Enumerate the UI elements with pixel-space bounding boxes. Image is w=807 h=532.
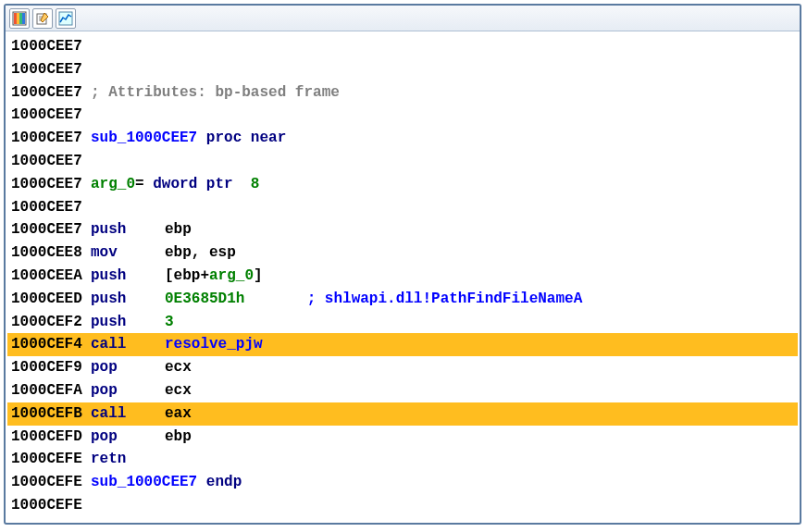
- asm-line[interactable]: 1000CEFDpop ebp: [7, 426, 798, 449]
- token-reg: ]: [254, 265, 263, 288]
- edit-note-icon[interactable]: [32, 8, 53, 29]
- token-reg: eax: [165, 402, 192, 426]
- token-mnem: pop: [91, 356, 165, 379]
- asm-line[interactable]: 1000CEE7: [7, 104, 798, 127]
- token-num: 0E3685D1h: [165, 288, 307, 311]
- svg-rect-1: [14, 13, 17, 24]
- address: 1000CEF2: [7, 311, 91, 334]
- address: 1000CEED: [7, 288, 91, 311]
- asm-line[interactable]: 1000CEFE: [7, 494, 798, 517]
- graph-icon[interactable]: [56, 8, 76, 29]
- asm-line[interactable]: 1000CEFApop ecx: [7, 379, 798, 402]
- asm-line[interactable]: 1000CEE7: [7, 150, 798, 173]
- token-sp: [197, 471, 206, 494]
- asm-line[interactable]: 1000CEE8mov ebp, esp: [7, 241, 798, 265]
- asm-line[interactable]: 1000CEFBcall eax: [7, 402, 798, 426]
- token-proc: resolve_pjw: [165, 333, 263, 356]
- token-num: 8: [251, 173, 260, 196]
- address: 1000CEE7: [7, 196, 91, 219]
- asm-line[interactable]: 1000CEFEretn: [7, 448, 798, 471]
- disassembly-listing[interactable]: 1000CEE71000CEE71000CEE7; Attributes: bp…: [6, 31, 800, 521]
- address: 1000CEFE: [7, 494, 91, 517]
- address: 1000CEE7: [7, 58, 91, 81]
- disassembly-window: 1000CEE71000CEE71000CEE7; Attributes: bp…: [4, 4, 801, 525]
- token-mnem: call: [91, 402, 165, 426]
- address: 1000CEFA: [7, 379, 91, 402]
- address: 1000CEE7: [7, 150, 91, 173]
- asm-line[interactable]: 1000CEE7push ebp: [7, 218, 798, 241]
- toolbar: [6, 6, 800, 31]
- asm-line[interactable]: 1000CEF9pop ecx: [7, 356, 798, 379]
- svg-rect-3: [19, 13, 22, 24]
- token-mnem: push: [91, 288, 165, 311]
- address: 1000CEE7: [7, 81, 91, 105]
- address: 1000CEF9: [7, 356, 91, 379]
- address: 1000CEE7: [7, 218, 91, 241]
- token-mnem: pop: [91, 426, 165, 449]
- address: 1000CEE7: [7, 104, 91, 127]
- color-palette-icon[interactable]: [9, 8, 30, 29]
- token-reg: ebp, esp: [165, 241, 236, 265]
- token-comment: ; Attributes: bp-based frame: [91, 81, 340, 105]
- token-proc: sub_1000CEE7: [91, 471, 197, 494]
- token-arg: arg_0: [209, 265, 254, 288]
- asm-line[interactable]: 1000CEEApush [ebp+arg_0]: [7, 265, 798, 288]
- address: 1000CEE7: [7, 35, 91, 58]
- token-mnem: retn: [91, 448, 165, 471]
- token-mnem: push: [91, 265, 165, 288]
- asm-line[interactable]: 1000CEF4call resolve_pjw: [7, 333, 798, 356]
- asm-line[interactable]: 1000CEE7: [7, 196, 798, 219]
- token-mnem: call: [91, 333, 165, 356]
- asm-line[interactable]: 1000CEE7arg_0= dword ptr 8: [7, 173, 798, 196]
- token-comment-blue: ; shlwapi.dll!PathFindFileNameA: [307, 288, 583, 311]
- address: 1000CEE7: [7, 173, 91, 196]
- asm-line[interactable]: 1000CEEDpush 0E3685D1h ; shlwapi.dll!Pat…: [7, 288, 798, 311]
- address: 1000CEFE: [7, 471, 91, 494]
- token-mnem: proc near: [206, 127, 286, 150]
- token-reg: ebp: [165, 426, 192, 449]
- token-mnem: endp: [206, 471, 280, 494]
- asm-line[interactable]: 1000CEE7: [7, 35, 798, 58]
- asm-line[interactable]: 1000CEE7sub_1000CEE7 proc near: [7, 127, 798, 150]
- asm-line[interactable]: 1000CEFEsub_1000CEE7 endp: [7, 471, 798, 494]
- token-reg: ecx: [165, 379, 192, 402]
- token-num: 3: [165, 311, 174, 334]
- token-sp: [197, 127, 206, 150]
- token-mnem: push: [91, 311, 165, 334]
- token-reg: ecx: [165, 356, 192, 379]
- token-sp: [233, 173, 251, 196]
- token-mnem: dword ptr: [153, 173, 232, 196]
- address: 1000CEFD: [7, 426, 91, 449]
- address: 1000CEE8: [7, 241, 91, 265]
- address: 1000CEEA: [7, 265, 91, 288]
- token-arg: arg_0: [91, 173, 135, 196]
- asm-line[interactable]: 1000CEE7: [7, 58, 798, 81]
- address: 1000CEE7: [7, 127, 91, 150]
- address: 1000CEFB: [7, 402, 91, 426]
- token-mnem: push: [91, 218, 165, 241]
- svg-rect-4: [22, 13, 25, 24]
- token-sp: =: [135, 173, 153, 196]
- token-mnem: pop: [91, 379, 165, 402]
- asm-line[interactable]: 1000CEE7; Attributes: bp-based frame: [7, 81, 798, 105]
- token-reg: ebp: [165, 218, 192, 241]
- token-proc: sub_1000CEE7: [91, 127, 197, 150]
- svg-rect-2: [17, 13, 19, 24]
- asm-line[interactable]: 1000CEF2push 3: [7, 311, 798, 334]
- address: 1000CEFE: [7, 448, 91, 471]
- address: 1000CEF4: [7, 333, 91, 356]
- token-mnem: mov: [91, 241, 165, 265]
- token-reg: [ebp+: [165, 265, 209, 288]
